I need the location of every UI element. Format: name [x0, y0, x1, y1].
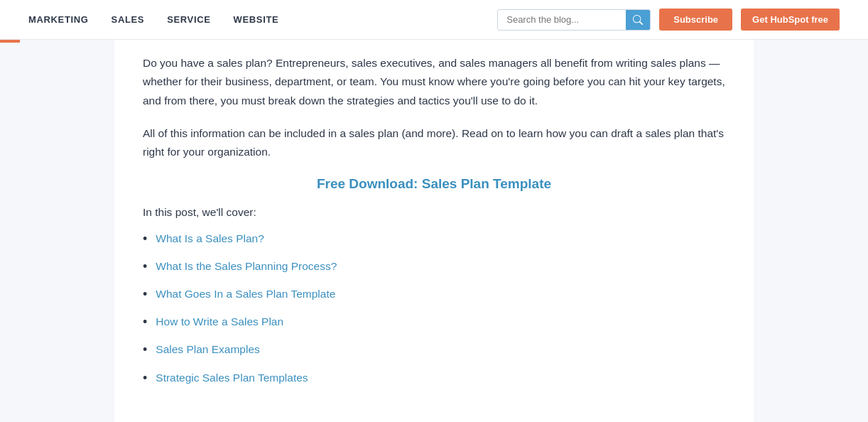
search-input[interactable] — [498, 10, 626, 29]
site-header: MARKETING SALES SERVICE WEBSITE Subscrib… — [0, 0, 868, 40]
search-container — [497, 9, 651, 31]
toc-link-3[interactable]: How to Write a Sales Plan — [156, 313, 283, 330]
toc-item-0: • What Is a Sales Plan? — [143, 230, 725, 248]
toc-link-1[interactable]: What Is the Sales Planning Process? — [156, 258, 337, 274]
bullet-5: • — [143, 369, 147, 387]
header-right: Subscribe Get HubSpot free — [497, 9, 840, 31]
bullet-1: • — [143, 258, 147, 276]
toc-list: • What Is a Sales Plan? • What Is the Sa… — [143, 230, 725, 387]
bullet-3: • — [143, 313, 147, 331]
toc-item-5: • Strategic Sales Plan Templates — [143, 369, 725, 387]
get-hubspot-button[interactable]: Get HubSpot free — [741, 9, 840, 31]
toc-link-5[interactable]: Strategic Sales Plan Templates — [156, 369, 308, 386]
main-content: Do you have a sales plan? Entrepreneurs,… — [114, 40, 754, 422]
cover-text: In this post, we'll cover: — [143, 206, 725, 219]
toc-item-1: • What Is the Sales Planning Process? — [143, 258, 725, 276]
search-button[interactable] — [626, 10, 650, 30]
search-icon — [633, 15, 643, 25]
free-download-link[interactable]: Free Download: Sales Plan Template — [143, 176, 725, 192]
toc-item-2: • What Goes In a Sales Plan Template — [143, 286, 725, 303]
nav-marketing[interactable]: MARKETING — [28, 14, 89, 25]
intro-paragraph-2: All of this information can be included … — [143, 124, 725, 162]
toc-link-2[interactable]: What Goes In a Sales Plan Template — [156, 286, 335, 302]
nav-service[interactable]: SERVICE — [167, 14, 210, 25]
subscribe-button[interactable]: Subscribe — [659, 9, 732, 31]
accent-bar — [0, 40, 20, 43]
toc-item-3: • How to Write a Sales Plan — [143, 313, 725, 331]
bullet-4: • — [143, 341, 147, 359]
nav-website[interactable]: WEBSITE — [234, 14, 279, 25]
intro-paragraph-1: Do you have a sales plan? Entrepreneurs,… — [143, 54, 725, 110]
main-nav: MARKETING SALES SERVICE WEBSITE — [28, 14, 278, 25]
bullet-2: • — [143, 286, 147, 303]
nav-sales[interactable]: SALES — [112, 14, 145, 25]
bullet-0: • — [143, 230, 147, 248]
toc-link-0[interactable]: What Is a Sales Plan? — [156, 230, 264, 247]
toc-link-4[interactable]: Sales Plan Examples — [156, 341, 259, 357]
toc-item-4: • Sales Plan Examples — [143, 341, 725, 359]
